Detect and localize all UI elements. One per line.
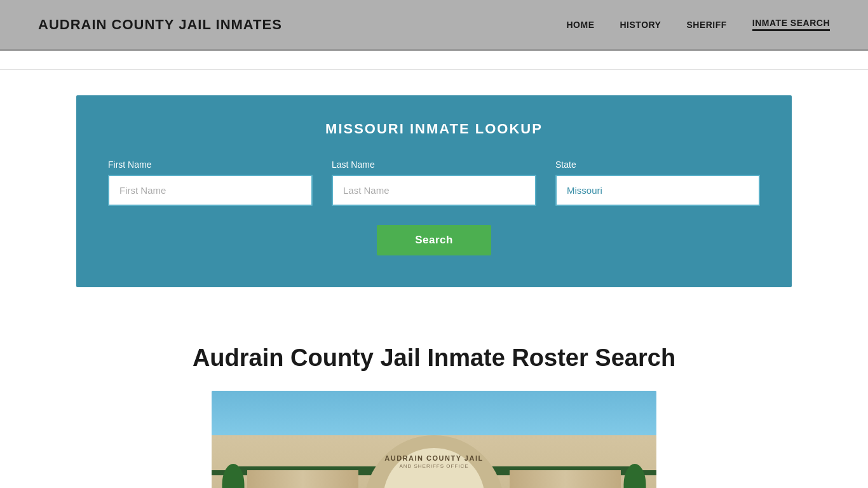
first-name-input[interactable] <box>108 175 313 206</box>
arch-text: AUDRAIN COUNTY JAIL AND SHERIFFS OFFICE <box>384 454 483 469</box>
tree-right <box>622 467 648 488</box>
last-name-label: Last Name <box>332 159 536 170</box>
nav-home[interactable]: HOME <box>567 20 595 30</box>
last-name-input[interactable] <box>332 175 536 206</box>
main-content: Audrain County Jail Inmate Roster Search… <box>0 313 868 488</box>
state-group: State <box>555 159 760 206</box>
first-name-label: First Name <box>108 159 313 170</box>
arch-container: AUDRAIN COUNTY JAIL AND SHERIFFS OFFICE <box>364 435 504 488</box>
building-column-right <box>510 470 621 488</box>
nav-sheriff[interactable]: SHERIFF <box>686 20 726 30</box>
search-button[interactable]: Search <box>377 225 491 255</box>
arch-text-main: AUDRAIN COUNTY JAIL <box>384 454 483 462</box>
building-column-left <box>247 470 358 488</box>
page-heading: Audrain County Jail Inmate Roster Search <box>76 344 792 372</box>
last-name-group: Last Name <box>332 159 536 206</box>
arch-text-sub: AND SHERIFFS OFFICE <box>384 463 483 469</box>
search-section: MISSOURI INMATE LOOKUP First Name Last N… <box>76 95 792 287</box>
nav-history[interactable]: HISTORY <box>620 20 661 30</box>
search-section-title: MISSOURI INMATE LOOKUP <box>108 121 760 137</box>
building-image: AUDRAIN COUNTY JAIL AND SHERIFFS OFFICE <box>212 391 656 488</box>
nav-inmate-search[interactable]: INMATE SEARCH <box>752 18 830 31</box>
search-button-row: Search <box>108 225 760 255</box>
first-name-group: First Name <box>108 159 313 206</box>
tree-left <box>220 467 246 488</box>
state-input[interactable] <box>555 175 760 206</box>
main-nav: HOME HISTORY SHERIFF INMATE SEARCH <box>567 18 831 31</box>
search-form-row: First Name Last Name State <box>108 159 760 206</box>
building-body: AUDRAIN COUNTY JAIL AND SHERIFFS OFFICE <box>212 435 656 488</box>
site-header: AUDRAIN COUNTY JAIL INMATES HOME HISTORY… <box>0 0 868 51</box>
sub-header-bar <box>0 51 868 70</box>
state-label: State <box>555 159 760 170</box>
site-title: AUDRAIN COUNTY JAIL INMATES <box>38 17 282 33</box>
